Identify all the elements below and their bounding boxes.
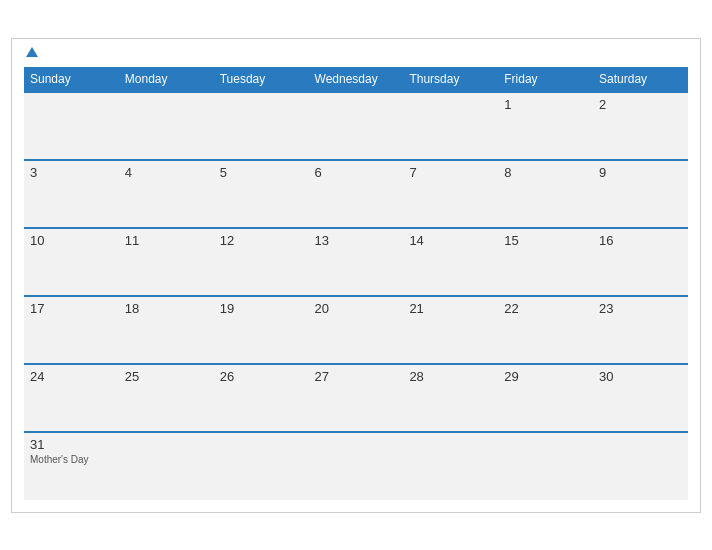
calendar-cell bbox=[119, 92, 214, 160]
calendar-cell bbox=[498, 432, 593, 500]
day-number: 9 bbox=[599, 165, 682, 180]
calendar-cell bbox=[24, 92, 119, 160]
calendar-cell bbox=[403, 92, 498, 160]
calendar-cell bbox=[309, 92, 404, 160]
calendar-cell: 11 bbox=[119, 228, 214, 296]
calendar-cell: 14 bbox=[403, 228, 498, 296]
calendar-cell: 13 bbox=[309, 228, 404, 296]
day-number: 14 bbox=[409, 233, 492, 248]
calendar-cell bbox=[403, 432, 498, 500]
day-number: 8 bbox=[504, 165, 587, 180]
calendar-cell: 30 bbox=[593, 364, 688, 432]
calendar-cell: 28 bbox=[403, 364, 498, 432]
calendar: SundayMondayTuesdayWednesdayThursdayFrid… bbox=[11, 38, 701, 513]
calendar-cell: 20 bbox=[309, 296, 404, 364]
calendar-cell: 2 bbox=[593, 92, 688, 160]
calendar-cell: 12 bbox=[214, 228, 309, 296]
logo-triangle-icon bbox=[26, 47, 38, 57]
day-number: 7 bbox=[409, 165, 492, 180]
day-number: 15 bbox=[504, 233, 587, 248]
day-number: 10 bbox=[30, 233, 113, 248]
calendar-cell: 4 bbox=[119, 160, 214, 228]
day-number: 28 bbox=[409, 369, 492, 384]
day-number: 27 bbox=[315, 369, 398, 384]
calendar-cell: 19 bbox=[214, 296, 309, 364]
day-number: 6 bbox=[315, 165, 398, 180]
day-number: 3 bbox=[30, 165, 113, 180]
calendar-cell: 16 bbox=[593, 228, 688, 296]
day-header-thursday: Thursday bbox=[403, 67, 498, 92]
day-number: 30 bbox=[599, 369, 682, 384]
calendar-cell: 22 bbox=[498, 296, 593, 364]
day-number: 29 bbox=[504, 369, 587, 384]
day-number: 24 bbox=[30, 369, 113, 384]
calendar-cell: 25 bbox=[119, 364, 214, 432]
calendar-table: SundayMondayTuesdayWednesdayThursdayFrid… bbox=[24, 67, 688, 500]
calendar-cell: 27 bbox=[309, 364, 404, 432]
calendar-cell: 8 bbox=[498, 160, 593, 228]
logo bbox=[24, 49, 38, 59]
calendar-cell: 23 bbox=[593, 296, 688, 364]
day-header-friday: Friday bbox=[498, 67, 593, 92]
calendar-cell: 3 bbox=[24, 160, 119, 228]
calendar-header bbox=[24, 49, 688, 59]
week-row-6: 31Mother's Day bbox=[24, 432, 688, 500]
day-number: 18 bbox=[125, 301, 208, 316]
calendar-cell: 29 bbox=[498, 364, 593, 432]
calendar-cell bbox=[593, 432, 688, 500]
day-number: 23 bbox=[599, 301, 682, 316]
calendar-cell: 24 bbox=[24, 364, 119, 432]
day-number: 1 bbox=[504, 97, 587, 112]
day-header-saturday: Saturday bbox=[593, 67, 688, 92]
day-number: 16 bbox=[599, 233, 682, 248]
day-number: 25 bbox=[125, 369, 208, 384]
day-number: 21 bbox=[409, 301, 492, 316]
day-number: 20 bbox=[315, 301, 398, 316]
day-number: 4 bbox=[125, 165, 208, 180]
days-header-row: SundayMondayTuesdayWednesdayThursdayFrid… bbox=[24, 67, 688, 92]
day-number: 12 bbox=[220, 233, 303, 248]
calendar-cell bbox=[214, 92, 309, 160]
calendar-cell bbox=[214, 432, 309, 500]
day-number: 2 bbox=[599, 97, 682, 112]
day-number: 13 bbox=[315, 233, 398, 248]
day-number: 31 bbox=[30, 437, 113, 452]
day-header-monday: Monday bbox=[119, 67, 214, 92]
day-header-wednesday: Wednesday bbox=[309, 67, 404, 92]
day-number: 5 bbox=[220, 165, 303, 180]
calendar-cell: 10 bbox=[24, 228, 119, 296]
day-number: 11 bbox=[125, 233, 208, 248]
calendar-cell: 7 bbox=[403, 160, 498, 228]
event-label: Mother's Day bbox=[30, 454, 113, 465]
day-header-tuesday: Tuesday bbox=[214, 67, 309, 92]
calendar-cell: 9 bbox=[593, 160, 688, 228]
calendar-cell: 1 bbox=[498, 92, 593, 160]
week-row-1: 12 bbox=[24, 92, 688, 160]
day-header-sunday: Sunday bbox=[24, 67, 119, 92]
day-number: 17 bbox=[30, 301, 113, 316]
day-number: 26 bbox=[220, 369, 303, 384]
calendar-cell: 5 bbox=[214, 160, 309, 228]
calendar-cell: 21 bbox=[403, 296, 498, 364]
calendar-cell: 31Mother's Day bbox=[24, 432, 119, 500]
day-number: 19 bbox=[220, 301, 303, 316]
week-row-4: 17181920212223 bbox=[24, 296, 688, 364]
calendar-cell bbox=[309, 432, 404, 500]
calendar-cell: 15 bbox=[498, 228, 593, 296]
day-number: 22 bbox=[504, 301, 587, 316]
week-row-2: 3456789 bbox=[24, 160, 688, 228]
week-row-5: 24252627282930 bbox=[24, 364, 688, 432]
calendar-cell: 17 bbox=[24, 296, 119, 364]
calendar-cell: 26 bbox=[214, 364, 309, 432]
calendar-cell: 6 bbox=[309, 160, 404, 228]
calendar-cell: 18 bbox=[119, 296, 214, 364]
week-row-3: 10111213141516 bbox=[24, 228, 688, 296]
calendar-cell bbox=[119, 432, 214, 500]
